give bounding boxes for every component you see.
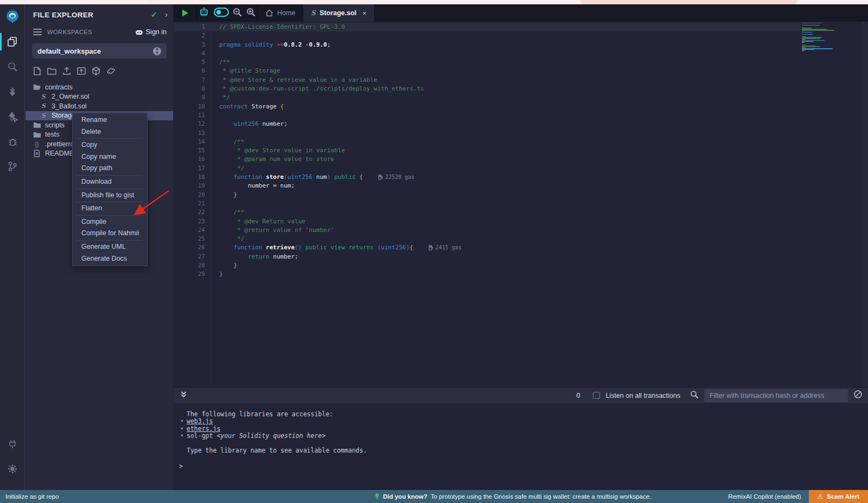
menu-item-download[interactable]: Download [73,176,147,188]
terminal-search-icon[interactable] [690,390,699,401]
terminal-link-ethers-js[interactable]: ethers.js [187,425,220,433]
menu-divider [77,189,143,189]
sidebar-item-settings[interactable] [0,456,25,481]
gutter-separator [210,22,211,387]
menu-item-compile-for-nahmii[interactable]: Compile for Nahmii [73,228,147,240]
clear-console-icon[interactable] [853,390,863,401]
tree-item-2-owner-sol[interactable]: S2_Owner.sol [25,92,173,102]
sidebar-item-deploy-run[interactable] [0,104,25,129]
sidebar-item-git[interactable] [0,154,25,179]
search-icon [7,61,18,72]
code-line-23: * @dev Return value [219,217,462,226]
code-line-2 [219,31,462,40]
upload-file-button[interactable] [62,66,72,78]
tab-storage-sol[interactable]: S Storage.sol × [303,4,374,22]
code-line-9: */ [219,93,462,102]
accept-check-icon[interactable]: ✓ [151,10,157,19]
code-line-21 [219,199,462,208]
sidebar-item-file-explorer[interactable] [0,29,25,54]
terminal-line: The following libraries are accessible: [187,411,367,418]
new-folder-button[interactable] [47,66,57,78]
braces-icon: {} [33,141,41,147]
link-icon[interactable] [106,66,116,78]
terminal-line: web3.js [187,418,367,425]
code-line-17: */ [219,164,462,173]
code-line-19: number = num; [219,182,462,190]
run-script-button[interactable] [174,4,197,22]
ipfs-cube-icon[interactable] [91,66,101,78]
listen-transactions-checkbox[interactable] [593,392,600,399]
file-icon [33,150,41,157]
remix-ai-robot-button[interactable] [199,7,209,20]
menu-item-flatten[interactable]: Flatten [73,203,147,215]
editor-minimap[interactable] [801,23,861,387]
tab-home[interactable]: Home [258,4,303,22]
menu-divider [77,175,143,176]
code-line-20: } [219,191,462,199]
terminal-header: 0 Listen on all transactions [174,387,868,403]
code-line-16: * @param num value to store [219,155,462,164]
sidebar-item-solidity-compiler[interactable] [0,79,25,104]
sidebar-item-search[interactable] [0,54,25,79]
collapse-terminal-icon[interactable] [180,391,187,401]
menu-divider [77,202,143,202]
editor-tab-bar: Home S Storage.sol × [174,4,868,22]
file-explorer-icon [7,36,18,48]
terminal-link-web3-js[interactable]: web3.js [187,417,213,425]
new-file-button[interactable] [33,66,42,78]
menu-item-copy-path[interactable]: Copy path [73,163,147,175]
menu-item-generate-uml[interactable]: Generate UML [73,241,147,253]
folder-icon [33,131,41,138]
workspaces-label: WORKSPACES [47,29,135,35]
deploy-run-icon [7,111,18,122]
terminal[interactable]: The following libraries are accessible:w… [174,403,868,490]
menu-item-copy[interactable]: Copy [73,139,147,151]
menu-item-delete[interactable]: Delete [73,126,147,138]
zoom-in-button[interactable] [246,8,256,19]
workspace-caret-icon: ▲▼ [153,47,161,55]
terminal-line: Type the library name to see available c… [187,447,367,454]
panel-chevron-icon[interactable]: › [165,10,168,20]
code-line-13 [219,129,462,138]
workspaces-menu-icon[interactable] [33,27,42,37]
code-line-27: return number; [219,253,462,261]
menu-item-generate-docs[interactable]: Generate Docs [73,253,147,265]
git-icon [7,161,18,172]
scam-alert-button[interactable]: ⚠ Scam Alert [809,490,868,503]
editor-scrollbar[interactable] [861,22,868,387]
code-line-22: /** [219,208,462,217]
github-signin-button[interactable]: Sign in [135,28,167,36]
warning-icon: ⚠ [818,493,824,500]
tree-item-contracts[interactable]: contracts [25,82,173,92]
menu-item-copy-name[interactable]: Copy name [73,151,147,163]
copilot-toggle[interactable] [214,8,229,19]
code-line-25: */ [219,235,462,243]
code-line-18: function store(uint256 num) public {2252… [219,173,462,182]
sidebar-item-plugin-manager[interactable] [0,431,25,456]
remix-logo[interactable] [0,4,25,29]
copilot-status[interactable]: RemixAI Copilot (enabled) [728,493,801,500]
workspace-select[interactable]: default_workspace ▲▼ [32,43,167,59]
terminal-line: ethers.js [187,425,367,433]
code-line-6: * @title Storage [219,67,462,75]
terminal-prompt[interactable]: > [179,463,183,470]
close-tab-icon[interactable]: × [362,9,367,17]
panel-title: FILE EXPLORER [33,11,151,19]
code-editor[interactable]: 1234567891011121314151617181920212223242… [174,22,868,387]
listen-transactions-label: Listen on all transactions [605,392,680,399]
init-git-repo-button[interactable]: Initialize as git repo [5,493,59,500]
sidebar-item-debugger[interactable] [0,129,25,154]
menu-item-publish-file-to-gist[interactable]: Publish file to gist [73,190,147,202]
upload-folder-button[interactable] [76,66,86,78]
github-icon [135,29,143,36]
transaction-filter-input[interactable] [704,389,848,402]
zoom-out-button[interactable] [233,8,242,19]
plug-icon [7,438,18,449]
code-line-8: * @custom:dev-run-script ./scripts/deplo… [219,85,462,93]
code-line-11 [219,111,462,120]
menu-item-rename[interactable]: Rename [73,114,147,126]
code-line-7: * @dev Store & retrieve value in a varia… [219,76,462,85]
home-icon [265,9,273,17]
tree-item-3-ballot-sol[interactable]: S3_Ballot.sol [25,101,173,111]
menu-item-compile[interactable]: Compile [73,216,147,228]
